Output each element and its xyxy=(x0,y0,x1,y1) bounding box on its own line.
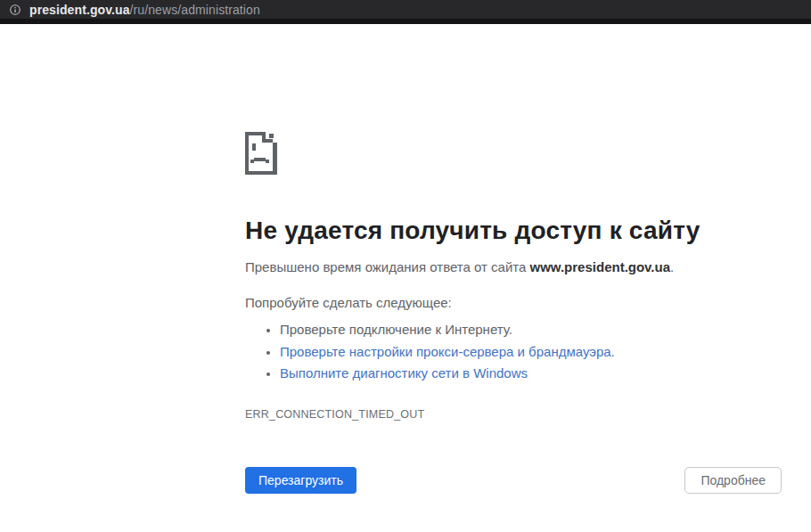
suggestion-proxy-firewall-link[interactable]: Проверьте настройки прокси-сервера и бра… xyxy=(280,341,782,364)
error-message-suffix: . xyxy=(670,259,674,274)
error-title: Не удается получить доступ к сайту xyxy=(245,216,782,246)
suggestions-title: Попробуйте сделать следующее: xyxy=(245,294,782,312)
error-code: ERR_CONNECTION_TIMED_OUT xyxy=(245,408,782,421)
error-page: Не удается получить доступ к сайту Превы… xyxy=(245,132,782,494)
suggestion-proxy-firewall-link-text[interactable]: Проверьте настройки прокси-сервера и бра… xyxy=(280,344,615,359)
toolbar-bottom-edge xyxy=(0,19,811,24)
error-message-prefix: Превышено время ожидания ответа от сайта xyxy=(245,259,530,274)
sad-file-icon xyxy=(245,132,277,175)
error-message-domain: www.president.gov.ua xyxy=(530,259,671,274)
button-row: Перезагрузить Подробнее xyxy=(245,467,782,494)
error-message: Превышено время ожидания ответа от сайта… xyxy=(245,258,782,276)
suggestion-network-diagnostics-link[interactable]: Выполните диагностику сети в Windows xyxy=(280,363,782,385)
suggestion-check-connection: Проверьте подключение к Интернету. xyxy=(280,319,782,341)
info-icon[interactable] xyxy=(9,4,21,16)
url-path: /ru/news/administration xyxy=(130,3,260,17)
browser-address-bar[interactable]: president.gov.ua/ru/news/administration xyxy=(0,0,811,19)
reload-button[interactable]: Перезагрузить xyxy=(245,467,356,494)
suggestions-list: Проверьте подключение к Интернету. Прове… xyxy=(245,319,782,385)
url-domain: president.gov.ua xyxy=(29,3,130,17)
url-text: president.gov.ua/ru/news/administration xyxy=(29,3,260,17)
suggestion-network-diagnostics-link-text[interactable]: Выполните диагностику сети в Windows xyxy=(280,365,528,381)
details-button[interactable]: Подробнее xyxy=(684,467,782,494)
